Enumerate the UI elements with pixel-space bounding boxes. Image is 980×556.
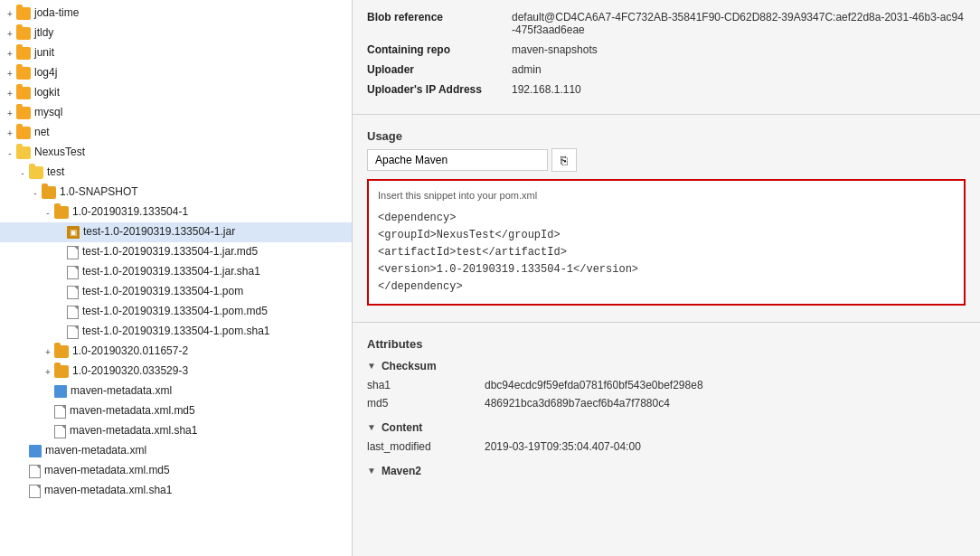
tree-toggle-net[interactable]: + <box>4 127 16 139</box>
tree-item-maven-metadata.xml.md5[interactable]: maven-metadata.xml.md5 <box>0 401 352 421</box>
tree-item-label-maven-metadata2.xml.sha1: maven-metadata.xml.sha1 <box>44 484 172 498</box>
tree-item-test[interactable]: -test <box>0 163 352 183</box>
md5-value: 486921bca3d689b7aecf6b4a7f7880c4 <box>485 397 670 410</box>
tree-item-label-test: test <box>47 165 64 180</box>
file-icon <box>29 465 41 478</box>
folder-icon <box>16 127 31 139</box>
tree-item-label-jar-md5: test-1.0-20190319.133504-1.jar.md5 <box>82 245 258 259</box>
snippet-label: Insert this snippet into your pom.xml <box>378 188 955 204</box>
maven2-header[interactable]: ▼ Maven2 <box>367 461 966 481</box>
tree-item-maven-metadata2.xml[interactable]: maven-metadata.xml <box>0 441 352 461</box>
xml-icon <box>54 385 67 398</box>
file-icon <box>29 485 41 498</box>
format-dropdown-row: Apache MavenGradleIvySBT ⎘ <box>367 148 966 172</box>
tree-item-pom-md5[interactable]: test-1.0-20190319.133504-1.pom.md5 <box>0 302 352 322</box>
tree-item-label-maven-metadata.xml.sha1: maven-metadata.xml.sha1 <box>70 424 197 438</box>
jar-icon <box>67 226 80 239</box>
tree-item-logkit[interactable]: +logkit <box>0 83 352 103</box>
maven2-label: Maven2 <box>382 465 421 477</box>
tree-item-label-1.0-20190320.033529-3: 1.0-20190320.033529-3 <box>72 364 188 379</box>
folder-icon <box>16 87 31 99</box>
tree-item-pom-sha1[interactable]: test-1.0-20190319.133504-1.pom.sha1 <box>0 322 352 342</box>
tree-item-1.0-SNAPSHOT[interactable]: -1.0-SNAPSHOT <box>0 183 352 203</box>
tree-item-maven-metadata2.xml.sha1[interactable]: maven-metadata.xml.sha1 <box>0 481 352 501</box>
tree-item-jar-file[interactable]: test-1.0-20190319.133504-1.jar <box>0 222 352 242</box>
tree-toggle-joda-time[interactable]: + <box>4 7 16 20</box>
tree-item-label-NexusTest: NexusTest <box>34 146 85 160</box>
tree-item-1.0-20190320.033529-3[interactable]: +1.0-20190320.033529-3 <box>0 362 352 382</box>
containing-repo-label: Containing repo <box>367 43 512 56</box>
tree-item-label-maven-metadata2.xml: maven-metadata.xml <box>45 444 146 458</box>
tree-item-label-1.0-20190319.133504-1: 1.0-20190319.133504-1 <box>72 205 188 220</box>
tree-toggle-log4j[interactable]: + <box>4 67 16 80</box>
md5-row: md5 486921bca3d689b7aecf6b4a7f7880c4 <box>367 394 966 412</box>
tree-item-pom-file[interactable]: test-1.0-20190319.133504-1.pom <box>0 282 352 302</box>
blob-reference-label: Blob reference <box>367 11 512 24</box>
detail-panel: Blob reference default@CD4CA6A7-4FC732AB… <box>353 0 980 556</box>
file-tree[interactable]: +joda-time+jtldy+junit+log4j+logkit+mysq… <box>0 0 353 556</box>
snippet-line: <artifactId>test</artifactId> <box>378 244 955 261</box>
copy-icon: ⎘ <box>561 154 568 167</box>
last-modified-value: 2019-03-19T09:35:04.407-04:00 <box>485 440 641 453</box>
tree-toggle-NexusTest[interactable]: - <box>4 146 16 159</box>
snapshot-folder-icon <box>42 186 56 199</box>
tree-item-label-pom-sha1: test-1.0-20190319.133504-1.pom.sha1 <box>82 325 270 339</box>
tree-item-junit[interactable]: +junit <box>0 43 352 63</box>
tree-toggle-1.0-SNAPSHOT[interactable]: - <box>29 186 42 199</box>
tree-toggle-mysql[interactable]: + <box>4 107 16 119</box>
folder-icon <box>29 166 43 179</box>
tree-item-label-jtldy: jtldy <box>34 26 53 41</box>
tree-item-jtldy[interactable]: +jtldy <box>0 24 352 43</box>
containing-repo-value: maven-snapshots <box>512 43 598 56</box>
format-select[interactable]: Apache MavenGradleIvySBT <box>367 149 548 171</box>
folder-icon <box>16 27 31 40</box>
tree-item-maven-metadata.xml[interactable]: maven-metadata.xml <box>0 382 352 401</box>
snippet-line: </dependency> <box>378 278 955 296</box>
blob-reference-value: default@CD4CA6A7-4FC732AB-35841F90-CD62D… <box>512 11 966 36</box>
containing-repo-row: Containing repo maven-snapshots <box>367 40 966 60</box>
content-label: Content <box>382 421 422 434</box>
checksum-header[interactable]: ▼ Checksum <box>367 356 966 376</box>
tree-item-joda-time[interactable]: +joda-time <box>0 4 352 24</box>
last-modified-row: last_modified 2019-03-19T09:35:04.407-04… <box>367 438 966 456</box>
sha1-value: dbc94ecdc9f59efda0781f60bf543e0bef298e8 <box>485 379 703 391</box>
uploader-ip-label: Uploader's IP Address <box>367 83 512 96</box>
folder-icon <box>16 146 31 159</box>
tree-toggle-jtldy[interactable]: + <box>4 27 16 40</box>
tree-toggle-test[interactable]: - <box>16 166 29 179</box>
checksum-toggle-icon: ▼ <box>367 361 376 371</box>
tree-item-jar-md5[interactable]: test-1.0-20190319.133504-1.jar.md5 <box>0 242 352 262</box>
snippet-line: <groupId>NexusTest</groupId> <box>378 227 955 244</box>
file-icon <box>67 246 79 259</box>
tree-toggle-1.0-20190320.011657-2[interactable]: + <box>42 345 54 358</box>
tree-item-label-mysql: mysql <box>34 106 62 120</box>
tree-item-maven-metadata.xml.sha1[interactable]: maven-metadata.xml.sha1 <box>0 421 352 441</box>
attributes-title: Attributes <box>353 330 980 356</box>
snippet-content: <dependency> <groupId>NexusTest</groupId… <box>378 210 955 297</box>
xml-icon <box>29 445 42 457</box>
tree-toggle-junit[interactable]: + <box>4 47 16 60</box>
tree-item-net[interactable]: +net <box>0 123 352 143</box>
tree-item-1.0-20190319.133504-1[interactable]: -1.0-20190319.133504-1 <box>0 203 352 222</box>
snapshot-folder-icon <box>54 345 69 358</box>
tree-item-jar-sha1[interactable]: test-1.0-20190319.133504-1.jar.sha1 <box>0 262 352 282</box>
attributes-section: ▼ Checksum sha1 dbc94ecdc9f59efda0781f60… <box>353 356 980 490</box>
tree-toggle-1.0-20190320.033529-3[interactable]: + <box>42 365 54 378</box>
blob-reference-row: Blob reference default@CD4CA6A7-4FC732AB… <box>367 7 966 40</box>
folder-icon <box>16 67 31 80</box>
copy-button[interactable]: ⎘ <box>551 148 577 172</box>
tree-item-log4j[interactable]: +log4j <box>0 63 352 83</box>
tree-toggle-logkit[interactable]: + <box>4 87 16 99</box>
tree-toggle-1.0-20190319.133504-1[interactable]: - <box>42 206 54 219</box>
content-header[interactable]: ▼ Content <box>367 418 966 438</box>
snapshot-folder-icon <box>54 365 69 378</box>
tree-item-label-maven-metadata.xml: maven-metadata.xml <box>71 384 172 399</box>
content-toggle-icon: ▼ <box>367 422 376 432</box>
md5-label: md5 <box>367 397 485 410</box>
tree-item-label-1.0-SNAPSHOT: 1.0-SNAPSHOT <box>60 185 138 200</box>
folder-icon <box>16 7 31 20</box>
tree-item-maven-metadata2.xml.md5[interactable]: maven-metadata.xml.md5 <box>0 461 352 481</box>
tree-item-1.0-20190320.011657-2[interactable]: +1.0-20190320.011657-2 <box>0 342 352 362</box>
tree-item-mysql[interactable]: +mysql <box>0 103 352 123</box>
tree-item-NexusTest[interactable]: -NexusTest <box>0 143 352 163</box>
